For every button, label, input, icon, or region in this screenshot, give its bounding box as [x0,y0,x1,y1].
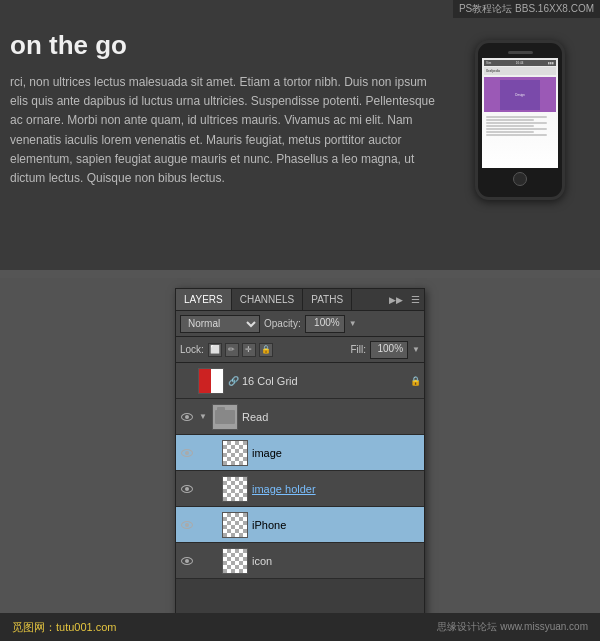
bottom-bar: 觅图网：tutu001.com 思缘设计论坛 www.missyuan.com [0,613,600,641]
opacity-arrow[interactable]: ▼ [349,319,357,328]
folder-icon [215,410,235,424]
layer-row[interactable]: image holder [176,471,424,507]
article-heading: on the go [10,30,440,61]
tab-paths[interactable]: PATHS [303,289,352,310]
article-body: rci, non ultrices lectus malesuada sit a… [10,73,440,188]
watermark-left: 觅图网：tutu001.com [12,620,117,635]
ps-watermark-top: PS教程论坛 BBS.16XX8.COM [453,0,600,18]
fill-arrow[interactable]: ▼ [412,345,420,354]
blend-mode-select[interactable]: Normal [180,315,260,333]
photoshop-section: LAYERS CHANNELS PATHS ▶▶ ☰ Normal Opacit… [0,278,600,641]
panel-tab-bar: LAYERS CHANNELS PATHS ▶▶ ☰ [176,289,424,311]
screen-hero-image: Design [484,77,556,112]
iphone-mockup: Sim 16:44 ▮▮▮ Grafpedia Design [475,40,565,200]
lock-image-pixels[interactable]: ✏ [225,343,239,357]
layer-thumbnail-checker [222,440,248,466]
iphone-home-button[interactable] [513,172,527,186]
tab-layers[interactable]: LAYERS [176,289,232,310]
layer-row[interactable]: ▼ Read [176,399,424,435]
layer-visibility-toggle[interactable] [180,374,194,388]
layer-thumbnail-checker [222,512,248,538]
lock-all[interactable]: 🔒 [259,343,273,357]
eye-icon [181,413,193,421]
iphone-speaker [508,51,533,54]
link-icon: 🔗 [228,375,238,387]
lock-fill-row: Lock: ⬜ ✏ ✛ 🔒 Fill: 100% ▼ [176,337,424,363]
opacity-value: 100% [305,315,345,333]
layer-row[interactable]: icon [176,543,424,579]
layers-panel: LAYERS CHANNELS PATHS ▶▶ ☰ Normal Opacit… [175,288,425,641]
article-content: on the go rci, non ultrices lectus males… [10,30,580,200]
section-divider [0,270,600,278]
layer-name: image [252,447,420,459]
layers-list: 🔗 16 Col Grid 🔒 ▼ Read [176,363,424,579]
layer-name: icon [252,555,420,567]
layer-visibility-toggle[interactable] [180,554,194,568]
lock-transparent-pixels[interactable]: ⬜ [208,343,222,357]
article-text: on the go rci, non ultrices lectus males… [10,30,440,200]
lock-icons-group: ⬜ ✏ ✛ 🔒 [208,343,273,357]
eye-icon [181,521,193,529]
panel-arrows[interactable]: ▶▶ [385,295,407,305]
tab-channels[interactable]: CHANNELS [232,289,303,310]
iphone-screen: Sim 16:44 ▮▮▮ Grafpedia Design [482,58,558,168]
iphone-preview: Sim 16:44 ▮▮▮ Grafpedia Design [460,40,580,200]
screen-content: Sim 16:44 ▮▮▮ Grafpedia Design [482,58,558,168]
eye-icon [181,485,193,493]
eye-icon [181,449,193,457]
fill-label: Fill: [351,344,367,355]
screen-nav-bar: Grafpedia [484,67,556,75]
eye-icon [181,557,193,565]
layer-thumbnail-red [198,368,224,394]
layer-row[interactable]: iPhone [176,507,424,543]
group-expand-icon[interactable]: ▼ [198,412,208,422]
panel-menu-icon[interactable]: ☰ [407,294,424,305]
layer-thumbnail-checker [222,476,248,502]
layer-name: image holder [252,483,420,495]
watermark-right: 思缘设计论坛 www.missyuan.com [437,620,588,634]
layer-row[interactable]: 🔗 16 Col Grid 🔒 [176,363,424,399]
layer-thumbnail-folder [212,404,238,430]
layer-visibility-toggle[interactable] [180,446,194,460]
fill-value: 100% [370,341,408,359]
layer-lock-badge: 🔒 [410,376,420,386]
top-section: PS教程论坛 BBS.16XX8.COM on the go rci, non … [0,0,600,270]
screen-status-bar: Sim 16:44 ▮▮▮ [484,60,556,66]
screen-text-area [484,114,556,139]
layer-name: Read [242,411,420,423]
blend-opacity-row: Normal Opacity: 100% ▼ [176,311,424,337]
layer-visibility-toggle[interactable] [180,482,194,496]
layer-row[interactable]: image [176,435,424,471]
lock-position[interactable]: ✛ [242,343,256,357]
layer-thumbnail-checker [222,548,248,574]
opacity-label: Opacity: [264,318,301,329]
layer-name: iPhone [252,519,420,531]
layer-name: 16 Col Grid [242,375,406,387]
layer-visibility-toggle[interactable] [180,410,194,424]
layer-visibility-toggle[interactable] [180,518,194,532]
lock-label: Lock: [180,344,204,355]
